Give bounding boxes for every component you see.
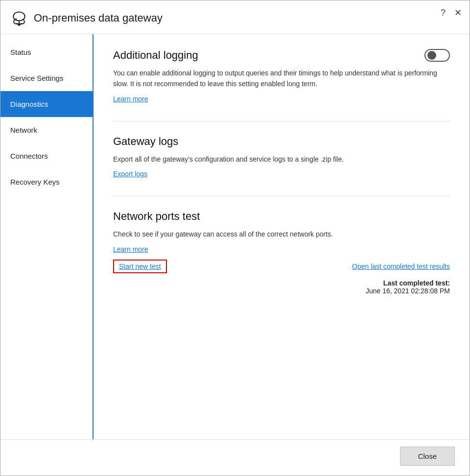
- main-panel: Additional logging You can enable additi…: [94, 34, 470, 439]
- sidebar-item-recovery-keys[interactable]: Recovery Keys: [0, 169, 93, 195]
- title-bar: On-premises data gateway ? ✕: [0, 0, 470, 34]
- gateway-logs-desc: Export all of the gateway's configuratio…: [113, 154, 450, 165]
- sidebar-item-network[interactable]: Network: [0, 117, 93, 143]
- network-ports-test-section: Network ports test Check to see if your …: [113, 210, 450, 294]
- last-completed-date: June 16, 2021 02:28:08 PM: [113, 287, 450, 295]
- ports-test-row: Start new test Open last completed test …: [113, 260, 450, 273]
- sidebar-item-connectors[interactable]: Connectors: [0, 143, 93, 169]
- gateway-logs-section: Gateway logs Export all of the gateway's…: [113, 135, 450, 178]
- content-area: Status Service Settings Diagnostics Netw…: [0, 34, 470, 439]
- footer: Close: [0, 439, 470, 476]
- start-new-test-button[interactable]: Start new test: [113, 260, 167, 273]
- additional-logging-desc: You can enable additional logging to out…: [113, 68, 450, 90]
- window-controls: ? ✕: [441, 8, 462, 17]
- gateway-logs-header: Gateway logs: [113, 135, 450, 148]
- application-window: On-premises data gateway ? ✕ Status Serv…: [0, 0, 470, 476]
- network-ports-learn-more[interactable]: Learn more: [113, 245, 148, 253]
- sidebar-item-service-settings[interactable]: Service Settings: [0, 65, 93, 91]
- help-button[interactable]: ?: [441, 8, 446, 17]
- additional-logging-learn-more[interactable]: Learn more: [113, 95, 148, 103]
- window-title: On-premises data gateway: [34, 12, 163, 24]
- export-logs-link[interactable]: Export logs: [113, 170, 147, 178]
- app-icon: [10, 9, 28, 27]
- last-completed-label: Last completed test:: [113, 279, 450, 287]
- additional-logging-section: Additional logging You can enable additi…: [113, 49, 450, 103]
- toggle-dot: [427, 51, 436, 60]
- close-window-button[interactable]: ✕: [454, 8, 462, 17]
- sidebar: Status Service Settings Diagnostics Netw…: [0, 34, 94, 439]
- open-last-results-link[interactable]: Open last completed test results: [352, 262, 450, 270]
- last-completed-info: Last completed test: June 16, 2021 02:28…: [113, 279, 450, 295]
- sidebar-item-diagnostics[interactable]: Diagnostics: [0, 91, 93, 117]
- divider-2: [113, 196, 450, 196]
- network-ports-test-desc: Check to see if your gateway can access …: [113, 229, 450, 239]
- additional-logging-header: Additional logging: [113, 49, 450, 62]
- divider-1: [113, 121, 450, 121]
- additional-logging-toggle[interactable]: [424, 49, 450, 62]
- network-ports-test-header: Network ports test: [113, 210, 450, 223]
- additional-logging-title: Additional logging: [113, 49, 198, 62]
- gateway-logs-title: Gateway logs: [113, 135, 178, 148]
- sidebar-item-status[interactable]: Status: [0, 39, 93, 65]
- close-button[interactable]: Close: [400, 447, 455, 466]
- network-ports-test-title: Network ports test: [113, 210, 200, 223]
